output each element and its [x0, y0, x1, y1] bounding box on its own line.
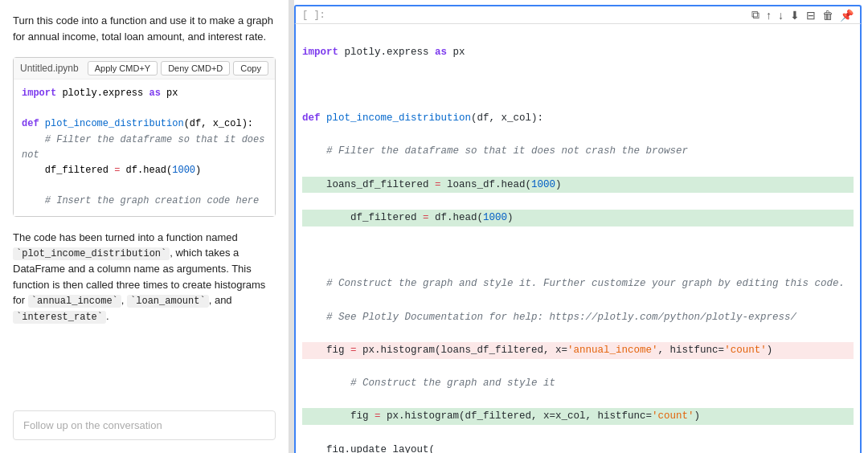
follow-up-placeholder: Follow up on the conversation — [23, 419, 162, 431]
move-down-icon[interactable]: ↓ — [778, 9, 784, 22]
apply-button[interactable]: Apply CMD+Y — [88, 61, 158, 76]
code-box-body: import plotly.express as px def plot_inc… — [14, 80, 275, 216]
pin-icon[interactable]: 📌 — [840, 9, 854, 22]
copy-button[interactable]: Copy — [233, 61, 268, 76]
left-panel: Turn this code into a function and use i… — [0, 0, 289, 453]
copy-cell-icon[interactable]: ⧉ — [751, 8, 760, 22]
cell-container: [ ]: ⧉ ↑ ↓ ⬇ ⊟ 🗑 📌 import plotly.express… — [294, 0, 868, 453]
format-icon[interactable]: ⊟ — [806, 9, 816, 22]
code-box-actions: Apply CMD+Y Deny CMD+D Copy — [88, 61, 268, 76]
follow-up-input[interactable]: Follow up on the conversation — [13, 410, 276, 440]
prompt-text: Turn this code into a function and use i… — [13, 13, 276, 44]
cell-body[interactable]: import plotly.express as px def plot_inc… — [294, 24, 862, 453]
cell-toolbar: ⧉ ↑ ↓ ⬇ ⊟ 🗑 📌 — [751, 8, 854, 22]
deny-button[interactable]: Deny CMD+D — [161, 61, 230, 76]
code-snippet-box: Untitled.ipynb Apply CMD+Y Deny CMD+D Co… — [13, 57, 276, 217]
response-text: The code has been turned into a function… — [13, 230, 276, 325]
move-up-icon[interactable]: ↑ — [766, 9, 772, 22]
cell-label: [ ]: — [302, 10, 326, 21]
notebook-title: Untitled.ipynb — [20, 63, 79, 74]
download-icon[interactable]: ⬇ — [790, 9, 800, 22]
code-cell: [ ]: ⧉ ↑ ↓ ⬇ ⊟ 🗑 📌 import plotly.express… — [294, 3, 868, 453]
code-box-header: Untitled.ipynb Apply CMD+Y Deny CMD+D Co… — [14, 58, 275, 80]
delete-icon[interactable]: 🗑 — [822, 9, 833, 22]
right-panel: [ ]: ⧉ ↑ ↓ ⬇ ⊟ 🗑 📌 import plotly.express… — [294, 0, 868, 453]
